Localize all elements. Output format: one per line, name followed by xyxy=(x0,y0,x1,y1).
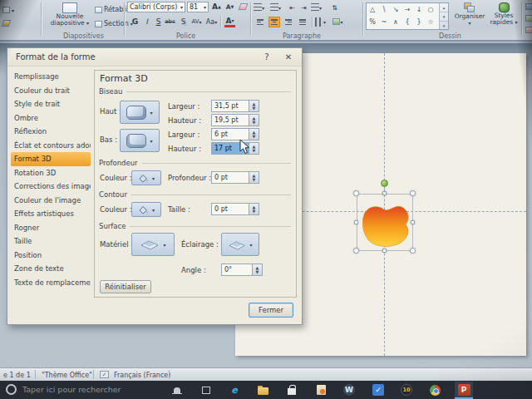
resize-handle-e[interactable] xyxy=(411,220,415,224)
shape-brace-right-icon[interactable]: } xyxy=(413,16,425,28)
sidebar-item-position[interactable]: Position xyxy=(11,249,91,263)
angle-spinner[interactable]: 0° ▲▼ xyxy=(221,264,263,276)
strikethrough-button[interactable]: abc xyxy=(165,16,175,27)
shape-triangle-icon[interactable]: △ xyxy=(367,3,378,16)
arrange-button[interactable]: Organiser ▾ xyxy=(454,2,485,27)
store-icon[interactable] xyxy=(285,383,298,397)
align-right-button[interactable] xyxy=(283,17,294,27)
shapes-gallery[interactable]: △ \ ↘ → ↓ ○ % ~ ∧ { } ☆ ▴▾▾ xyxy=(366,2,449,30)
freeform-shape[interactable] xyxy=(359,196,411,249)
sidebar-item-format-3d[interactable]: Format 3D xyxy=(11,152,91,166)
task-view-icon[interactable] xyxy=(200,383,213,397)
numbering-button[interactable]: ▾ xyxy=(270,2,281,13)
shape-arrow-down-icon[interactable]: ↓ xyxy=(413,3,425,16)
italic-button[interactable]: I xyxy=(141,16,152,27)
shape-arrow-right-icon[interactable]: → xyxy=(401,3,413,16)
sidebar-item-couleur-du-trait[interactable]: Couleur du trait xyxy=(11,84,91,98)
columns-button[interactable]: ▾ xyxy=(315,16,326,27)
reset-button[interactable]: Réinitialiser xyxy=(100,280,151,293)
section-button[interactable]: Section▾ xyxy=(95,20,133,27)
top-height-value[interactable]: 19,5 pt xyxy=(211,114,249,126)
new-slide-button[interactable]: Nouvelle diapositive ▾ xyxy=(47,2,93,27)
top-width-spinner[interactable]: 31,5 pt ▲▼ xyxy=(211,100,259,112)
text-shadow-button[interactable]: S xyxy=(178,16,189,27)
shrink-font-button[interactable]: A▼ xyxy=(224,1,235,12)
sidebar-item-remplissage[interactable]: Remplissage xyxy=(11,70,91,84)
sidebar-item-couleur-image[interactable]: Couleur de l'image xyxy=(11,194,91,208)
depth-spinner[interactable]: 0 pt ▲▼ xyxy=(211,171,259,184)
taskbar-search-placeholder[interactable]: Taper ici pour rechercher xyxy=(22,385,121,394)
spinner-buttons-icon[interactable]: ▲▼ xyxy=(249,100,259,112)
theme-indicator[interactable]: "Thème Office" xyxy=(42,372,92,379)
shape-arrow-diagonal-icon[interactable]: ↘ xyxy=(390,3,401,16)
character-spacing-button[interactable]: AV▾ xyxy=(191,16,202,27)
clear-formatting-button[interactable] xyxy=(238,1,249,12)
sidebar-item-rotation-3d[interactable]: Rotation 3D xyxy=(11,166,91,180)
sidebar-item-rogner[interactable]: Rogner xyxy=(11,221,91,235)
file-explorer-icon[interactable] xyxy=(256,383,269,397)
decrease-indent-button[interactable]: ⇤ xyxy=(287,2,298,13)
notification-bell-icon[interactable] xyxy=(170,383,184,397)
depth-value[interactable]: 0 pt xyxy=(211,171,249,184)
material-dropdown[interactable]: ▾ xyxy=(131,233,175,256)
change-case-button[interactable]: Aa▾ xyxy=(206,16,217,27)
check-app-icon[interactable]: ✓ xyxy=(372,383,385,397)
spell-check-icon[interactable]: ✓ xyxy=(100,371,109,378)
bottom-height-spinner[interactable]: 17 pt ▲▼ xyxy=(211,142,259,155)
top-width-value[interactable]: 31,5 pt xyxy=(211,100,249,112)
lighting-dropdown[interactable]: ▾ xyxy=(221,233,259,256)
align-left-button[interactable] xyxy=(254,17,266,27)
format-painter-icon[interactable] xyxy=(2,20,10,27)
depth-color-dropdown[interactable]: ▾ xyxy=(131,170,161,185)
media-app-icon[interactable]: 10 xyxy=(400,383,413,397)
document-app-icon[interactable] xyxy=(314,383,328,397)
sidebar-item-style-de-trait[interactable]: Style de trait xyxy=(11,97,91,111)
sidebar-item-texte-remplacement[interactable]: Texte de remplacement xyxy=(11,276,91,290)
contour-size-spinner[interactable]: 0 pt ▲▼ xyxy=(211,203,259,215)
bevel-bottom-dropdown[interactable]: ▾ xyxy=(120,129,160,152)
copy-icon[interactable]: ▾ xyxy=(2,7,14,13)
powerpoint-icon[interactable]: P xyxy=(457,383,470,397)
shape-brace-left-icon[interactable]: { xyxy=(401,16,413,28)
language-indicator[interactable]: Français (France) xyxy=(114,372,170,379)
edge-icon[interactable]: e xyxy=(228,383,241,397)
spinner-buttons-icon[interactable]: ▲▼ xyxy=(249,203,259,215)
angle-value[interactable]: 0° xyxy=(221,264,253,276)
fermer-button[interactable]: Fermer xyxy=(249,303,293,318)
shape-angle-icon[interactable]: ∧ xyxy=(390,16,401,28)
contour-size-value[interactable]: 0 pt xyxy=(211,203,249,215)
shape-star-icon[interactable]: ☆ xyxy=(425,16,436,28)
align-center-button[interactable] xyxy=(268,17,280,27)
spinner-buttons-icon[interactable]: ▲▼ xyxy=(249,142,259,155)
sidebar-item-effets-artistiques[interactable]: Effets artistiques xyxy=(11,207,91,221)
shape-line-icon[interactable]: \ xyxy=(378,3,390,16)
spinner-buttons-icon[interactable]: ▲▼ xyxy=(249,171,259,184)
top-height-spinner[interactable]: 19,5 pt ▲▼ xyxy=(211,114,259,126)
sidebar-item-taille[interactable]: Taille xyxy=(11,234,91,249)
spinner-buttons-icon[interactable]: ▲▼ xyxy=(253,264,263,276)
spinner-buttons-icon[interactable]: ▲▼ xyxy=(249,128,259,140)
increase-indent-button[interactable]: ⇥ xyxy=(298,2,309,13)
smartart-convert-button[interactable]: ▾ xyxy=(332,16,343,27)
text-direction-button[interactable]: ⇅ xyxy=(329,2,340,13)
sidebar-item-eclat[interactable]: Éclat et contours adoucis xyxy=(11,139,91,153)
spinner-buttons-icon[interactable]: ▲▼ xyxy=(249,114,259,126)
sidebar-item-zone-de-texte[interactable]: Zone de texte xyxy=(11,262,91,276)
contour-color-dropdown[interactable]: ▾ xyxy=(131,202,161,217)
dialog-help-button[interactable]: ? xyxy=(260,52,273,63)
dialog-close-button[interactable]: ✕ xyxy=(282,52,295,63)
resize-handle-n[interactable] xyxy=(382,191,387,195)
resize-handle-nw[interactable] xyxy=(353,190,359,196)
font-name-combo[interactable]: Calibri (Corps)▾ xyxy=(127,2,185,12)
resize-handle-s[interactable] xyxy=(382,249,387,253)
shape-percent-icon[interactable]: % xyxy=(367,16,378,28)
justify-button[interactable] xyxy=(297,17,308,27)
search-icon[interactable] xyxy=(6,384,17,395)
bevel-top-dropdown[interactable]: ▾ xyxy=(120,101,160,124)
font-color-button[interactable]: A▾ xyxy=(224,16,235,27)
resize-handle-sw[interactable] xyxy=(353,248,359,254)
bullets-button[interactable]: ▾ xyxy=(254,2,264,13)
chrome-icon[interactable] xyxy=(428,383,441,397)
bold-button[interactable]: G xyxy=(130,16,140,27)
resize-handle-se[interactable] xyxy=(410,248,416,254)
